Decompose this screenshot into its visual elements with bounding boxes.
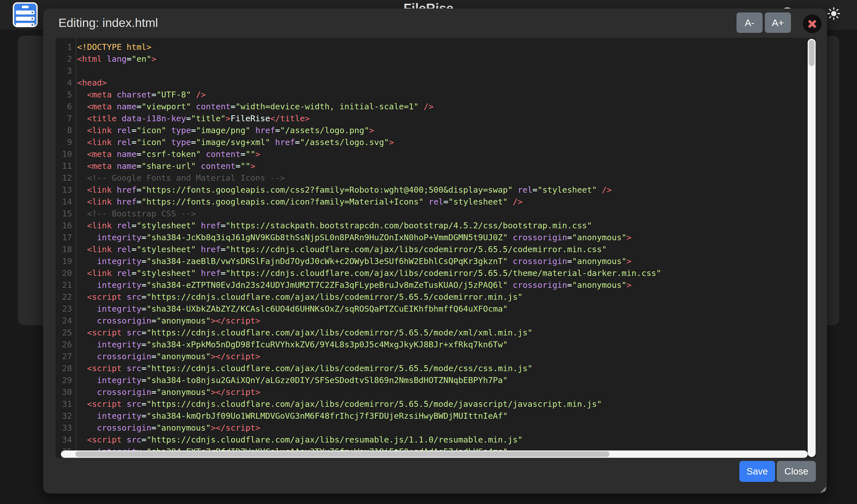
- save-button[interactable]: Save: [739, 461, 775, 482]
- code-line-text: integrity="sha384-zaeBlB/vwYsDRSlFajnDd7…: [77, 255, 632, 267]
- line-number: 11: [55, 160, 72, 172]
- line-number: 1: [55, 41, 72, 53]
- line-number: 32: [55, 410, 72, 422]
- line-number: 10: [55, 148, 72, 160]
- code-line[interactable]: 11 <meta name="share-url" content="">: [55, 160, 816, 172]
- vertical-scrollbar-thumb[interactable]: [809, 40, 814, 66]
- code-line[interactable]: 24 crossorigin="anonymous"></script>: [55, 315, 816, 327]
- code-line-text: crossorigin="anonymous"></script>: [77, 386, 260, 398]
- line-number: 34: [55, 434, 72, 446]
- line-number: 14: [55, 196, 72, 208]
- code-line-text: integrity="sha384-eZTPTN0EvJdn23s24UDYJm…: [77, 279, 632, 291]
- code-line[interactable]: 27 crossorigin="anonymous"></script>: [55, 350, 816, 362]
- line-number: 30: [55, 386, 72, 398]
- code-line[interactable]: 7 <title data-i18n-key="title">FileRise<…: [55, 112, 816, 124]
- code-line[interactable]: 1<!DOCTYPE html>: [55, 41, 816, 53]
- code-line[interactable]: 32 integrity="sha384-kmQrbJf09Uo1WRLMDVG…: [55, 410, 816, 422]
- code-line[interactable]: 29 integrity="sha384-to8njsu2GAiXQnY/aLG…: [55, 374, 816, 386]
- code-line-text: <head>: [77, 77, 107, 89]
- code-editor[interactable]: 1<!DOCTYPE html>2<html lang="en">34<head…: [55, 38, 816, 458]
- line-number: 8: [55, 124, 72, 136]
- line-number: 16: [55, 220, 72, 231]
- code-line[interactable]: 2<html lang="en">: [55, 53, 816, 65]
- code-line[interactable]: 10 <meta name="csrf-token" content="">: [55, 148, 816, 160]
- vertical-scrollbar-track[interactable]: [808, 39, 816, 457]
- line-number: 5: [55, 89, 72, 101]
- code-line-text: crossorigin="anonymous"></script>: [77, 422, 260, 434]
- line-number: 29: [55, 374, 72, 386]
- code-line-text: <script src="https://cdnjs.cloudflare.co…: [77, 291, 522, 303]
- line-number: 27: [55, 350, 72, 362]
- code-line[interactable]: 23 integrity="sha384-UXbkZAbZYZ/KCAslc6U…: [55, 303, 816, 315]
- code-line[interactable]: 6 <meta name="viewport" content="width=d…: [55, 101, 816, 112]
- horizontal-scrollbar-thumb[interactable]: [75, 451, 609, 457]
- line-number: 26: [55, 338, 72, 350]
- code-line-text: <!-- Google Fonts and Material Icons -->: [77, 172, 285, 184]
- code-line[interactable]: 30 crossorigin="anonymous"></script>: [55, 386, 816, 398]
- line-number: 13: [55, 184, 72, 196]
- code-line[interactable]: 25 <script src="https://cdnjs.cloudflare…: [55, 327, 816, 338]
- code-line[interactable]: 19 integrity="sha384-zaeBlB/vwYsDRSlFajn…: [55, 255, 816, 267]
- code-line-text: integrity="sha384-to8njsu2GAiXQnY/aLGzz0…: [77, 374, 508, 386]
- code-line-text: <link rel="icon" type="image/png" href="…: [77, 124, 374, 136]
- line-number: 17: [55, 231, 72, 243]
- code-line-text: <html lang="en">: [77, 53, 156, 65]
- logo-drawer: [16, 17, 35, 21]
- code-line-text: <link rel="icon" type="image/svg+xml" hr…: [77, 136, 394, 148]
- code-line-text: <script src="https://cdnjs.cloudflare.co…: [77, 398, 602, 410]
- code-line-text: <link rel="stylesheet" href="https://cdn…: [77, 243, 607, 255]
- line-number: 18: [55, 243, 72, 255]
- code-line-text: integrity="sha384-kmQrbJf09Uo1WRLMDVGoVG…: [77, 410, 508, 422]
- code-line[interactable]: 12 <!-- Google Fonts and Material Icons …: [55, 172, 816, 184]
- code-line-text: crossorigin="anonymous"></script>: [77, 350, 260, 362]
- line-number: 2: [55, 53, 72, 65]
- line-number: 9: [55, 136, 72, 148]
- editor-modal-title: Editing: index.html: [58, 16, 158, 30]
- modal-resize-handle[interactable]: [819, 484, 828, 492]
- code-line-text: integrity="sha384-UXbkZAbZYZ/KCAslc6UO4d…: [77, 303, 508, 315]
- line-number: 33: [55, 422, 72, 434]
- code-line[interactable]: 4<head>: [55, 77, 816, 89]
- code-line[interactable]: 17 integrity="sha384-JcKb8q3iqJ61gNV9KGb…: [55, 231, 816, 243]
- code-line-text: <script src="https://cdnjs.cloudflare.co…: [77, 327, 533, 338]
- line-number: 21: [55, 279, 72, 291]
- font-decrease-button[interactable]: A-: [737, 13, 762, 33]
- modal-close-icon[interactable]: [803, 15, 822, 33]
- code-line[interactable]: 20 <link rel="stylesheet" href="https://…: [55, 267, 816, 279]
- code-line-text: <meta name="viewport" content="width=dev…: [77, 101, 434, 112]
- line-number: 6: [55, 101, 72, 112]
- code-line-text: integrity="sha384-JcKb8q3iqJ61gNV9KGb8th…: [77, 231, 632, 243]
- code-line[interactable]: 26 integrity="sha384-xPpkMo5nDgD98fIcuRV…: [55, 338, 816, 350]
- code-line-text: <meta charset="UTF-8" />: [77, 89, 206, 101]
- code-line-text: <script src="https://cdnjs.cloudflare.co…: [77, 434, 522, 446]
- code-line[interactable]: 13 <link href="https://fonts.googleapis.…: [55, 184, 816, 196]
- code-line[interactable]: 5 <meta charset="UTF-8" />: [55, 89, 816, 101]
- code-line-text: <meta name="share-url" content="">: [77, 160, 255, 172]
- code-line[interactable]: 33 crossorigin="anonymous"></script>: [55, 422, 816, 434]
- code-line-text: <link rel="stylesheet" href="https://cdn…: [77, 267, 661, 279]
- close-button[interactable]: Close: [777, 461, 816, 482]
- code-line[interactable]: 15 <!-- Bootstrap CSS -->: [55, 208, 816, 220]
- code-line[interactable]: 34 <script src="https://cdnjs.cloudflare…: [55, 434, 816, 446]
- code-line[interactable]: 31 <script src="https://cdnjs.cloudflare…: [55, 398, 816, 410]
- code-line[interactable]: 9 <link rel="icon" type="image/svg+xml" …: [55, 136, 816, 148]
- editor-modal: Editing: index.html A- A+ 1<!DOCTYPE htm…: [43, 8, 827, 493]
- logo-drawer: [16, 23, 35, 27]
- line-number: 20: [55, 267, 72, 279]
- light-mode-toggle-icon[interactable]: [827, 7, 841, 20]
- line-number: 3: [55, 65, 72, 77]
- code-line-text: integrity="sha384-xPpkMo5nDgD98fIcuRVYhx…: [77, 338, 508, 350]
- code-line[interactable]: 28 <script src="https://cdnjs.cloudflare…: [55, 362, 816, 374]
- code-line-text: <!DOCTYPE html>: [77, 41, 151, 53]
- line-number: 4: [55, 77, 72, 89]
- code-line[interactable]: 21 integrity="sha384-eZTPTN0EvJdn23s24UD…: [55, 279, 816, 291]
- code-line[interactable]: 8 <link rel="icon" type="image/png" href…: [55, 124, 816, 136]
- code-line[interactable]: 3: [55, 65, 816, 77]
- code-line[interactable]: 18 <link rel="stylesheet" href="https://…: [55, 243, 816, 255]
- code-line-text: <script src="https://cdnjs.cloudflare.co…: [77, 362, 533, 374]
- code-line[interactable]: 14 <link href="https://fonts.googleapis.…: [55, 196, 816, 208]
- font-increase-button[interactable]: A+: [765, 13, 791, 33]
- line-number: 19: [55, 255, 72, 267]
- code-line[interactable]: 16 <link rel="stylesheet" href="https://…: [55, 220, 816, 231]
- code-line[interactable]: 22 <script src="https://cdnjs.cloudflare…: [55, 291, 816, 303]
